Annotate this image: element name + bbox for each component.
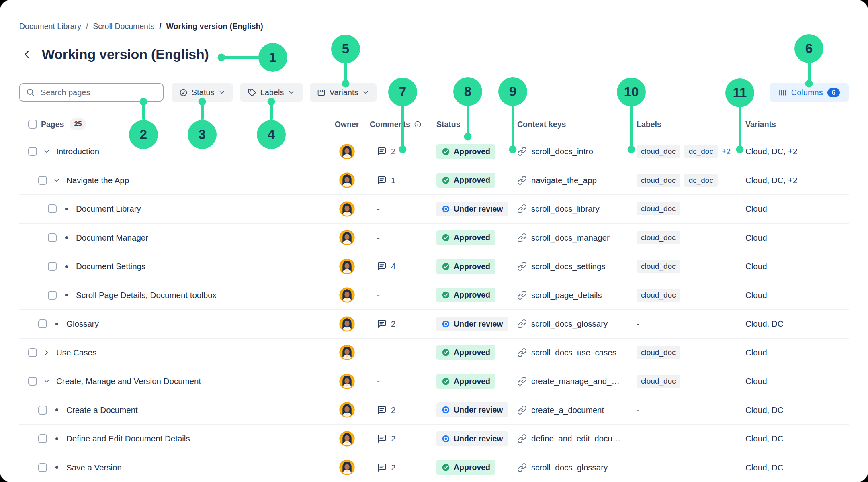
avatar[interactable] [339,287,355,303]
row-checkbox[interactable] [48,262,57,271]
avatar[interactable] [339,172,355,188]
row-checkbox[interactable] [38,406,47,415]
record-circle-icon [442,320,450,328]
comment-icon[interactable] [377,463,387,472]
variants-cell: Cloud, DC [733,434,849,443]
comment-count: - [377,233,380,243]
avatar[interactable] [339,144,355,159]
row-checkbox[interactable] [38,434,47,443]
row-checkbox[interactable] [48,291,57,300]
back-button[interactable] [20,48,34,61]
status-label: Approved [454,233,490,242]
breadcrumb-document-library[interactable]: Document Library [19,22,81,31]
chevron-down-icon[interactable] [52,176,61,185]
label-chip[interactable]: cloud_doc [637,375,680,388]
context-key[interactable]: scroll_docs_use_cases [531,348,616,357]
label-chip[interactable]: cloud_doc [637,145,680,158]
page-link[interactable]: Create, Manage and Version Document [56,376,201,386]
table-row[interactable]: Document Settings 4 Approved scroll_docs… [19,252,849,281]
comment-icon[interactable] [377,261,387,271]
page-link[interactable]: Introduction [56,147,99,156]
context-key[interactable]: scroll_docs_glossary [531,319,608,329]
row-checkbox[interactable] [48,204,57,213]
page-link[interactable]: Create a Document [66,405,138,415]
row-checkbox[interactable] [48,233,57,242]
table-row[interactable]: Document Manager - Approved scroll_docs_… [19,224,849,253]
page-link[interactable]: Save a Version [66,463,122,472]
page-link[interactable]: Document Settings [76,261,145,271]
comments-cell: 2 [361,434,425,443]
label-chip[interactable]: cloud_doc [637,174,680,187]
avatar[interactable] [339,460,355,475]
context-key[interactable]: scroll_docs_settings [531,261,606,271]
comment-icon[interactable] [377,434,387,443]
avatar[interactable] [339,374,355,389]
info-icon[interactable] [414,120,422,128]
table-row[interactable]: Document Library - Under review scroll_d… [19,195,849,224]
comment-icon[interactable] [377,176,387,185]
chevron-left-icon [22,49,32,59]
context-key[interactable]: create_a_document [531,405,604,415]
chevron-down-icon[interactable] [42,147,51,156]
avatar[interactable] [339,431,355,447]
chevron-right-icon[interactable] [42,348,51,357]
comment-icon[interactable] [377,319,387,329]
context-key[interactable]: create_manage_and_… [531,376,620,386]
row-checkbox[interactable] [38,176,47,185]
comment-icon[interactable] [377,405,387,415]
avatar[interactable] [339,345,355,360]
avatar[interactable] [339,230,355,245]
label-chip[interactable]: dc_doc [684,174,718,187]
label-chip[interactable]: cloud_doc [637,289,680,302]
label-chip[interactable]: cloud_doc [637,346,680,359]
table-row[interactable]: Scroll Page Details, Document toolbox - … [19,281,849,310]
avatar[interactable] [339,259,355,274]
page-title: Working version (English) [42,47,209,62]
table-row[interactable]: Navigate the App 1 Approved navigate_the… [19,166,849,195]
context-key[interactable]: define_and_edit_docu… [531,434,620,443]
context-key[interactable]: scroll_docs_intro [531,147,593,156]
owner-header: Owner [333,120,361,129]
context-key[interactable]: scroll_docs_manager [531,233,610,243]
avatar[interactable] [339,402,355,418]
context-key[interactable]: scroll_docs_glossary [531,463,608,472]
row-checkbox[interactable] [28,377,37,386]
table-row[interactable]: Glossary 2 Under review scroll_docs_glos… [19,310,849,339]
label-chip[interactable]: cloud_doc [637,231,680,244]
table-row[interactable]: Create a Document 2 Under review create_… [19,396,849,425]
table-row[interactable]: Use Cases - Approved scroll_docs_use_cas… [19,339,849,368]
page-link[interactable]: Scroll Page Details, Document toolbox [76,290,217,300]
row-checkbox[interactable] [38,319,47,328]
avatar[interactable] [339,201,355,217]
link-icon [517,261,527,271]
label-chip[interactable]: dc_doc [684,145,718,158]
page-link[interactable]: Define and Edit Document Details [66,434,190,443]
page-link[interactable]: Document Manager [76,233,148,243]
status-label: Under review [454,319,503,329]
page-link[interactable]: Document Library [76,204,141,214]
table-row[interactable]: Save a Version 2 Approved scroll_docs_gl… [19,453,849,482]
context-key[interactable]: navigate_the_app [531,176,597,185]
label-chip[interactable]: cloud_doc [637,202,680,215]
table-row[interactable]: Define and Edit Document Details 2 Under… [19,425,849,453]
breadcrumb-scroll-documents[interactable]: Scroll Documents [93,22,154,31]
page-link[interactable]: Navigate the App [66,176,129,185]
row-checkbox[interactable] [38,463,47,472]
status-cell: Approved [425,345,508,360]
labels-empty: - [637,463,639,472]
comment-icon[interactable] [377,147,387,156]
select-all-checkbox[interactable] [28,120,37,129]
context-key[interactable]: scroll_page_details [531,290,602,300]
search-input[interactable] [40,88,157,98]
avatar[interactable] [339,316,355,332]
context-key[interactable]: scroll_docs_library [531,204,600,214]
row-checkbox[interactable] [28,348,37,357]
comments-cell: 2 [361,319,425,329]
labels-cell: cloud_doc [624,260,733,273]
row-checkbox[interactable] [28,147,37,156]
chevron-down-icon[interactable] [42,376,51,386]
table-row[interactable]: Create, Manage and Version Document - Ap… [19,367,849,396]
page-link[interactable]: Glossary [66,319,99,329]
page-link[interactable]: Use Cases [56,348,96,357]
label-chip[interactable]: cloud_doc [637,260,680,273]
